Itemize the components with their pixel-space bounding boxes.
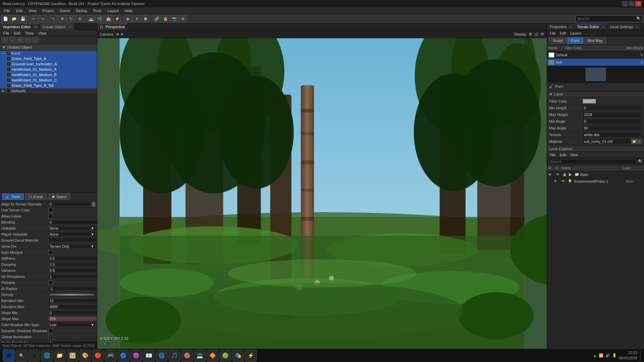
maximize-button[interactable]: □ [629, 1, 635, 6]
tab-vegetation-editor[interactable]: Vegetation Editor ✕ [0, 23, 40, 30]
prop-value-bending[interactable] [48, 220, 97, 225]
tree-item-herbrobert-ma[interactable]: ✓ HerbRobert_01_Medium_A [0, 67, 97, 72]
tab-perspective[interactable]: ◻ Perspective [97, 23, 128, 30]
tab-close-veg[interactable]: ✕ [34, 25, 37, 29]
toolbar-open[interactable]: 📂 [10, 15, 18, 22]
spin-down-terrain-normals[interactable]: ▼ [92, 204, 96, 206]
erase-button[interactable]: ◻ Erase [25, 193, 47, 200]
density-slider[interactable] [50, 294, 94, 296]
menu-layout[interactable]: Layout [105, 8, 121, 13]
menu-view[interactable]: View [26, 8, 39, 13]
taskbar-app1[interactable]: 🔴 [92, 350, 104, 362]
le-menu-edit[interactable]: Edit [558, 153, 568, 157]
taskbar-app12[interactable]: 🎭 [232, 350, 244, 362]
veg-btn-export[interactable]: ↓ [32, 37, 39, 43]
terrain-menu-edit[interactable]: Edit [558, 31, 568, 36]
menu-project[interactable]: Project [40, 8, 56, 13]
prop-check-dynamic-shadows[interactable] [48, 328, 53, 333]
level-tree-main[interactable]: ❄ 👁 🔒 ▶ 📁 Main [547, 171, 644, 178]
camera-nav-left[interactable]: ◀ [116, 32, 118, 36]
prop-dropdown-cast-shadow[interactable]: Low▼ [48, 322, 96, 327]
prop-value-slope-max[interactable] [48, 316, 97, 321]
taskbar-photoshop[interactable]: 🎨 [79, 350, 91, 362]
taskbar-app5[interactable]: 📧 [143, 350, 155, 362]
taskbar-app2[interactable]: 🎮 [105, 350, 117, 362]
taskbar-taskview[interactable]: ⊟ [28, 350, 40, 362]
toolbar-veg[interactable]: 🌿 [96, 15, 104, 22]
menu-game[interactable]: Game [57, 8, 73, 13]
paint-button[interactable]: 🖌️ Paint [2, 193, 24, 200]
toolbar-move[interactable]: ✥ [58, 15, 66, 22]
toolbar-link[interactable]: 🔗 [153, 15, 161, 22]
prop-value-air-resistance[interactable] [48, 274, 97, 279]
level-tree-envprobe[interactable]: ❄ 👁 💡 EnvironmentProbe-1 Main [547, 178, 644, 185]
taskbar-app4[interactable]: 🟣 [130, 350, 142, 362]
material-value[interactable] [583, 139, 631, 144]
menu-file[interactable]: File [1, 8, 13, 13]
taskbar-app3[interactable]: 🔵 [117, 350, 129, 362]
toolbar-stop[interactable]: ⏹ [142, 15, 150, 22]
menu-help[interactable]: Help [122, 8, 135, 13]
prop-value-slope-min[interactable] [48, 310, 97, 315]
item-checkbox-6[interactable]: ✓ [7, 83, 11, 87]
toolbar-render[interactable]: 🖥 [179, 15, 187, 22]
tree-item-herbrobert-mb[interactable]: ✓ HerbRobert_01_Medium_B [0, 72, 97, 77]
texture-value[interactable] [583, 132, 642, 137]
tree-group-default1[interactable]: ▶ Default1 [0, 88, 97, 94]
prop-value-variance[interactable] [48, 268, 97, 273]
view-options-icon[interactable]: ⚙ [541, 32, 544, 36]
tab-close-level-settings[interactable]: ✕ [636, 25, 638, 29]
prop-value-stiffness[interactable] [48, 256, 97, 261]
prop-check-pickable[interactable] [48, 280, 53, 285]
terrain-menu-file[interactable]: File [548, 31, 557, 36]
item-checkbox-5[interactable]: ✓ [7, 78, 11, 82]
tray-battery[interactable]: 🔋 [612, 353, 617, 358]
toolbar-camera[interactable]: 📷 [170, 15, 178, 22]
item-checkbox-3[interactable]: ✓ [7, 67, 11, 71]
taskbar-files[interactable]: 📁 [54, 350, 66, 362]
toolbar-redo[interactable]: ↪ [39, 15, 47, 22]
tray-arrow[interactable]: ▲ [593, 354, 597, 358]
toolbar-ai[interactable]: 🤖 [104, 15, 112, 22]
taskbar-unreal[interactable]: ⚡ [245, 350, 257, 362]
prop-check-auto-merged[interactable] [48, 250, 53, 255]
prop-value-elevation-min[interactable] [48, 298, 97, 303]
prop-check-terrain-color[interactable] [48, 208, 53, 213]
prop-value-ai-radius[interactable] [48, 286, 97, 291]
select-button[interactable]: ◉ Select [48, 193, 70, 200]
toolbar-physics[interactable]: ⚡ [113, 15, 121, 22]
veg-btn-clone[interactable]: ⎘ [17, 37, 23, 43]
taskbar-app9[interactable]: 💻 [194, 350, 206, 362]
min-angle-value[interactable] [583, 119, 642, 124]
toolbar-scale[interactable]: ⊕ [76, 15, 84, 22]
close-button[interactable]: ✕ [635, 1, 641, 6]
prop-value-terrain-normals[interactable] [48, 202, 91, 206]
toolbar-new[interactable]: 📄 [1, 15, 9, 22]
prop-dropdown-hideable[interactable]: None▼ [48, 226, 96, 231]
tab-terrain-editor[interactable]: Terrain Editor ✕ [575, 24, 607, 29]
item-checkbox-1[interactable]: ✓ [7, 57, 11, 61]
tab-properties[interactable]: Properties ✕ [547, 24, 575, 29]
tree-group-field[interactable]: ▼ ✓ Field [0, 51, 97, 56]
tree-item-grass-field-a[interactable]: ✓ Grass_Field_Type_A [0, 56, 97, 61]
taskbar-app8[interactable]: 🟤 [181, 350, 193, 362]
level-search-icon[interactable]: 🔍 [638, 159, 643, 164]
terrain-menu-layers[interactable]: Layers [569, 31, 583, 36]
taskbar-app6[interactable]: 🌀 [156, 350, 168, 362]
tab-close-properties[interactable]: ✕ [569, 25, 572, 29]
max-height-value[interactable] [583, 112, 642, 117]
prop-check-global-illumination[interactable]: ✓ [48, 335, 53, 339]
show-desktop[interactable] [640, 350, 641, 362]
toolbar-rotate[interactable]: ↻ [67, 15, 75, 22]
veg-menu-file[interactable]: File [1, 31, 11, 36]
taskbar-search[interactable]: 🔍 [15, 350, 28, 362]
spin-up-terrain-normals[interactable]: ▲ [92, 202, 96, 204]
tree-item-grass-tall[interactable]: ✓ Grass_Field_Type_A_Tall [0, 83, 97, 88]
le-menu-file[interactable]: File [548, 153, 557, 157]
veg-btn-import[interactable]: ↑ [24, 37, 31, 43]
tab-close-create[interactable]: ✕ [69, 25, 71, 29]
sculpt-tab-sculpt[interactable]: Sculpt [549, 38, 567, 44]
terrain-layer-soil[interactable]: Soil 0 [547, 59, 644, 66]
menu-debug[interactable]: Debug [73, 8, 90, 13]
camera-nav-right[interactable]: ▶ [121, 32, 124, 36]
